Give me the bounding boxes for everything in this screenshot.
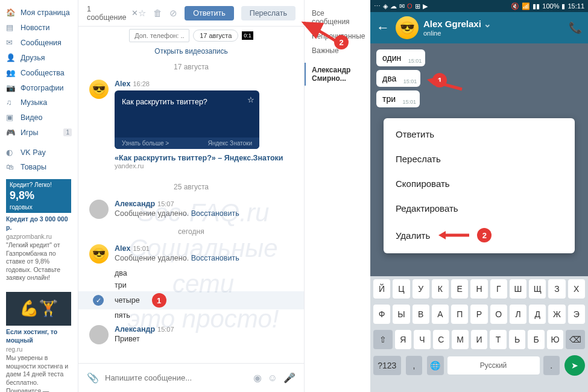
space-key[interactable]: Русский xyxy=(447,356,540,375)
sidebar-item-news[interactable]: ▤Новости xyxy=(0,20,78,35)
sidebar-item-messages[interactable]: ✉Сообщения xyxy=(0,35,78,50)
sidebar-item-music[interactable]: ♫Музыка xyxy=(0,95,78,110)
letter-key[interactable]: О xyxy=(490,305,507,324)
message-row[interactable]: Александр15:07 Привет xyxy=(78,321,304,348)
sidebar-item-friends[interactable]: 👤Друзья xyxy=(0,50,78,65)
contact-name[interactable]: Alex Ggrelaxi xyxy=(423,19,481,29)
ctx-delete[interactable]: Удалить 2 xyxy=(384,221,575,250)
reply-button[interactable]: Ответить xyxy=(185,6,233,21)
filter-contact[interactable]: Александр Смирно... xyxy=(305,63,370,86)
emoji-icon[interactable]: ☺ xyxy=(268,373,277,384)
sidebar-item-vkpay[interactable]: ◐VK Pay xyxy=(0,145,78,160)
letter-key[interactable]: Щ xyxy=(529,279,546,299)
open-video-link[interactable]: Открыть видеозапись xyxy=(78,45,304,58)
letter-key[interactable]: Г xyxy=(490,279,507,299)
mic-icon[interactable]: 🎤 xyxy=(283,372,296,384)
avatar[interactable]: 😎 xyxy=(396,16,419,39)
comma-key[interactable]: , xyxy=(406,356,422,375)
letter-key[interactable]: Т xyxy=(490,330,507,349)
camera-icon[interactable]: ◉ xyxy=(253,372,262,384)
letter-key[interactable]: А xyxy=(432,305,449,324)
link-card[interactable]: Как раскрутить твиттер? ☆ Узнать больше … xyxy=(115,90,259,149)
date-button[interactable]: 17 августа xyxy=(193,30,238,42)
trash-icon[interactable]: 🗑 xyxy=(153,8,162,18)
message-selected[interactable]: ✓ четыре 1 xyxy=(78,291,304,309)
message-bubble[interactable]: один15:01 xyxy=(376,49,425,66)
letter-key[interactable]: Ш xyxy=(510,279,526,299)
letter-key[interactable]: Ь xyxy=(509,330,526,349)
letter-key[interactable]: Й xyxy=(373,279,390,299)
chevron-down-icon[interactable]: ⌄ xyxy=(484,19,492,29)
letter-key[interactable]: Э xyxy=(568,305,585,324)
letter-key[interactable]: Р xyxy=(470,305,487,324)
mobile-screenshot: ⋯ ◈ ☁ ✉ O ⊞ ▶ 🔇 📶 ▮▮ 100% ▮ 15:11 ← 😎 Al… xyxy=(370,0,588,392)
filter-all[interactable]: Все сообщения xyxy=(305,6,370,29)
shift-key[interactable]: ⇧ xyxy=(373,330,393,349)
message-text[interactable]: два xyxy=(78,267,304,279)
letter-key[interactable]: Ф xyxy=(373,305,390,324)
sender-name[interactable]: Alex xyxy=(115,244,130,253)
sender-name[interactable]: Alex xyxy=(115,80,130,88)
sidebar-item-groups[interactable]: 👥Сообщества xyxy=(0,65,78,80)
link-preview[interactable]: «Как раскрутить твиттер?» – Яндекс.Знато… xyxy=(115,149,293,174)
forward-button[interactable]: Переслать xyxy=(241,6,296,21)
sidebar-item-video[interactable]: ▣Видео xyxy=(0,110,78,125)
ctx-copy[interactable]: Скопировать xyxy=(384,171,575,196)
letter-key[interactable]: В xyxy=(413,305,429,324)
sidebar-item-mypage[interactable]: 🏠Моя страница xyxy=(0,5,78,20)
spam-icon[interactable]: ⊘ xyxy=(169,8,177,19)
sidebar-item-photos[interactable]: 📷Фотографии xyxy=(0,80,78,95)
sender-name[interactable]: Александр xyxy=(115,325,155,334)
letter-key[interactable]: Я xyxy=(395,330,412,349)
clear-selection[interactable]: ✕ xyxy=(131,8,138,17)
message-row[interactable]: Александр15:07 Сообщение удалено. Восста… xyxy=(78,196,304,223)
restore-link[interactable]: Восстановить xyxy=(191,254,239,262)
sidebar-item-goods[interactable]: 🛍Товары xyxy=(0,160,78,174)
letter-key[interactable]: Х xyxy=(568,279,585,299)
phone-input[interactable] xyxy=(129,29,189,42)
ad-block-1[interactable]: Кредит? Легко! 9,8% годовых Кредит до 3 … xyxy=(0,174,78,287)
star-icon[interactable]: ☆ xyxy=(138,8,146,19)
message-bubble[interactable]: два15:01 xyxy=(376,70,420,87)
letter-key[interactable]: К xyxy=(432,279,449,299)
ctx-edit[interactable]: Редактировать xyxy=(384,196,575,221)
message-row[interactable]: 😎 Alex15:01 Сообщение удалено. Восстанов… xyxy=(78,241,304,267)
groups-icon: 👥 xyxy=(6,68,17,77)
letter-key[interactable]: И xyxy=(471,330,488,349)
letter-key[interactable]: Ж xyxy=(548,305,565,324)
letter-key[interactable]: Л xyxy=(510,305,526,324)
compose-input[interactable] xyxy=(105,373,247,382)
letter-key[interactable]: П xyxy=(451,305,468,324)
period-key[interactable]: . xyxy=(543,356,560,375)
bookmark-icon[interactable]: ☆ xyxy=(247,95,254,104)
letter-key[interactable]: С xyxy=(433,330,450,349)
letter-key[interactable]: Д xyxy=(529,305,546,324)
ctx-reply[interactable]: Ответить xyxy=(384,122,575,147)
phone-icon[interactable]: 📞 xyxy=(569,21,582,34)
letter-key[interactable]: Ц xyxy=(393,279,409,299)
attach-icon[interactable]: 📎 xyxy=(87,372,99,384)
ctx-forward[interactable]: Переслать xyxy=(384,147,575,171)
sidebar-item-games[interactable]: 🎮Игры1 xyxy=(0,125,78,140)
restore-link[interactable]: Восстановить xyxy=(191,209,239,218)
letter-key[interactable]: У xyxy=(413,279,429,299)
back-icon[interactable]: ← xyxy=(376,20,390,36)
numeric-key[interactable]: ?123 xyxy=(373,356,401,375)
letter-key[interactable]: Н xyxy=(470,279,487,299)
globe-key[interactable]: 🌐 xyxy=(427,356,443,375)
letter-key[interactable]: Ч xyxy=(414,330,431,349)
letter-key[interactable]: Е xyxy=(451,279,468,299)
letter-key[interactable]: Ы xyxy=(393,305,409,324)
sender-name[interactable]: Александр xyxy=(115,200,155,208)
backspace-key[interactable]: ⌫ xyxy=(566,330,585,349)
send-key[interactable]: ➤ xyxy=(564,355,585,376)
letter-key[interactable]: З xyxy=(548,279,565,299)
message-row[interactable]: 😎 Alex16:28 Как раскрутить твиттер? ☆ Уз… xyxy=(78,76,304,178)
message-text[interactable]: пять xyxy=(78,309,304,321)
message-text[interactable]: три xyxy=(78,279,304,291)
letter-key[interactable]: Б xyxy=(528,330,545,349)
annotation-arrow-2 xyxy=(436,229,472,242)
letter-key[interactable]: М xyxy=(452,330,469,349)
letter-key[interactable]: Ю xyxy=(547,330,564,349)
ad-block-2[interactable]: 💪🏋 Если хостинг, то мощный reg.ru Мы уве… xyxy=(0,287,78,392)
